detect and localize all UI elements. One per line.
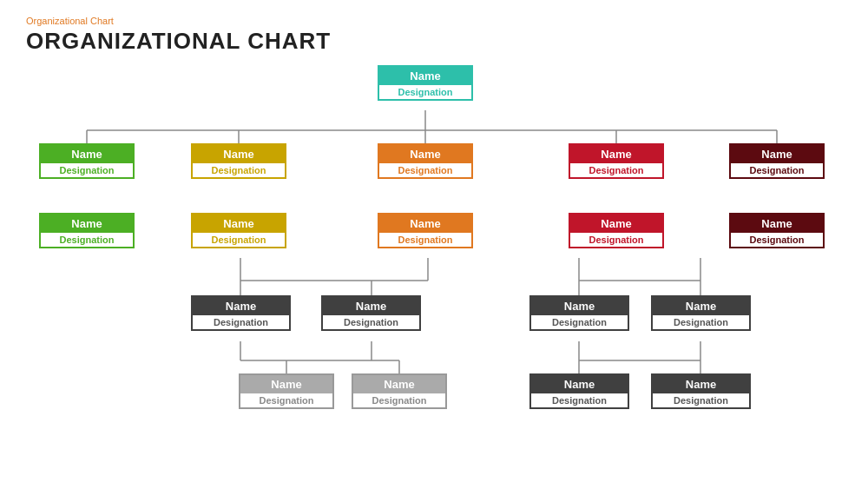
node-l1-2: Name Designation — [191, 143, 286, 179]
page-title: ORGANIZATIONAL CHART — [26, 28, 842, 55]
node-l4-4: Name Designation — [651, 373, 751, 409]
node-l2-5-name: Name — [731, 215, 823, 233]
node-l4-4-name: Name — [653, 375, 749, 393]
node-l3-1-desig: Designation — [193, 315, 289, 329]
org-chart: Name Designation Name Designation Name D… — [26, 65, 842, 447]
node-l4-3-desig: Designation — [531, 393, 628, 407]
node-l2-1-name: Name — [41, 215, 133, 233]
node-l2-4: Name Designation — [569, 213, 664, 248]
node-l2-5-desig: Designation — [731, 233, 823, 247]
node-l3-2-name: Name — [323, 297, 419, 315]
node-l4-1: Name Designation — [239, 373, 334, 409]
node-l3-1: Name Designation — [191, 295, 291, 331]
node-l4-2-desig: Designation — [353, 393, 445, 407]
node-l2-3: Name Designation — [378, 213, 473, 248]
node-l4-1-desig: Designation — [240, 393, 332, 407]
node-l1-3: Name Designation — [378, 143, 473, 179]
node-l3-4: Name Designation — [651, 295, 751, 331]
node-l4-4-desig: Designation — [653, 393, 749, 407]
node-l3-3-desig: Designation — [531, 315, 628, 329]
node-l4-2-name: Name — [353, 375, 445, 393]
node-l1-5: Name Designation — [729, 143, 825, 179]
node-l1-4-desig: Designation — [570, 163, 662, 177]
node-l3-2: Name Designation — [321, 295, 421, 331]
node-l2-3-name: Name — [379, 215, 471, 233]
node-root-name: Name — [379, 67, 471, 85]
node-l1-3-desig: Designation — [379, 163, 471, 177]
node-l1-3-name: Name — [379, 145, 471, 163]
node-l4-1-name: Name — [240, 375, 332, 393]
node-l3-3-name: Name — [531, 297, 628, 315]
node-l1-2-name: Name — [193, 145, 285, 163]
page-subtitle: Organizational Chart — [26, 16, 842, 26]
node-l2-4-name: Name — [570, 215, 662, 233]
node-l1-2-desig: Designation — [193, 163, 285, 177]
node-l3-4-name: Name — [653, 297, 749, 315]
node-l3-1-name: Name — [193, 297, 289, 315]
node-l3-4-desig: Designation — [653, 315, 749, 329]
node-l4-2: Name Designation — [352, 373, 447, 409]
node-l2-5: Name Designation — [729, 213, 825, 248]
node-l2-3-desig: Designation — [379, 233, 471, 247]
node-l1-1: Name Designation — [39, 143, 135, 179]
node-l1-1-desig: Designation — [41, 163, 133, 177]
node-l3-2-desig: Designation — [323, 315, 419, 329]
node-l4-3: Name Designation — [529, 373, 629, 409]
node-l2-1-desig: Designation — [41, 233, 133, 247]
node-root: Name Designation — [378, 65, 473, 101]
node-l2-4-desig: Designation — [570, 233, 662, 247]
node-l2-2-desig: Designation — [193, 233, 285, 247]
node-l1-4: Name Designation — [569, 143, 664, 179]
node-l4-3-name: Name — [531, 375, 628, 393]
node-l2-1: Name Designation — [39, 213, 135, 248]
node-root-desig: Designation — [379, 85, 471, 99]
page: Organizational Chart ORGANIZATIONAL CHAR… — [0, 0, 868, 489]
node-l2-2-name: Name — [193, 215, 285, 233]
node-l1-5-name: Name — [731, 145, 823, 163]
node-l1-1-name: Name — [41, 145, 133, 163]
node-l1-5-desig: Designation — [731, 163, 823, 177]
node-l1-4-name: Name — [570, 145, 662, 163]
node-l2-2: Name Designation — [191, 213, 286, 248]
node-l3-3: Name Designation — [529, 295, 629, 331]
